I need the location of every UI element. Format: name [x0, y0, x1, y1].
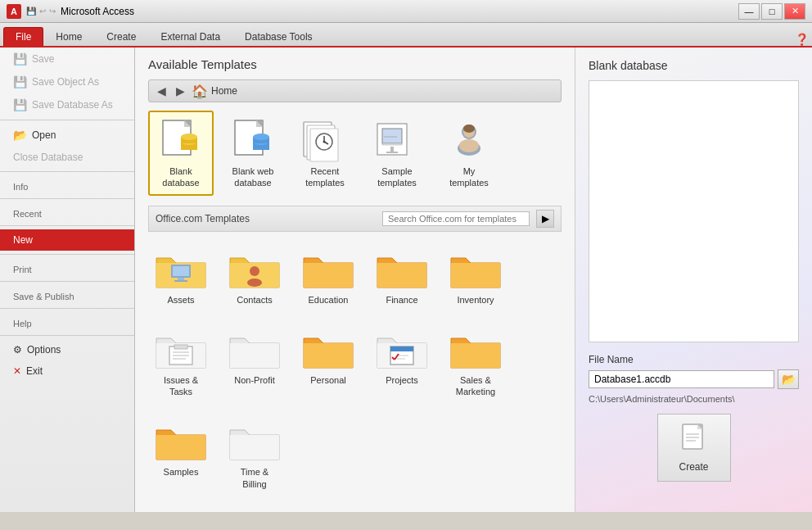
title-bar: A 💾 ↩ ↪ Microsoft Access — □ ✕ — [0, 0, 812, 23]
folder-finance[interactable]: Finance — [369, 240, 435, 312]
folder-assets[interactable]: Assets — [148, 240, 214, 312]
minimize-btn[interactable]: — — [738, 3, 760, 20]
svg-rect-25 — [382, 143, 402, 145]
finance-label: Finance — [386, 294, 417, 306]
sidebar-item-new[interactable]: New — [0, 229, 134, 251]
nav-home-icon[interactable]: 🏠 — [192, 84, 208, 99]
template-blank-db[interactable]: Blankdatabase — [148, 111, 214, 196]
sidebar-divider-7 — [0, 308, 134, 309]
right-panel-title: Blank database — [589, 59, 799, 72]
tab-external-data[interactable]: External Data — [148, 27, 232, 46]
nav-bar: ◀ ▶ 🏠 Home — [148, 79, 562, 102]
folder-projects[interactable]: Projects — [369, 320, 435, 405]
sales-marketing-folder-icon — [449, 327, 502, 371]
svg-rect-46 — [390, 347, 413, 351]
assets-folder-icon — [155, 247, 207, 291]
template-recent-templates[interactable]: Recenttemplates — [292, 111, 358, 196]
sidebar-item-exit[interactable]: ✕ Exit — [0, 360, 134, 382]
tab-database-tools[interactable]: Database Tools — [232, 27, 325, 46]
ribbon-help-icon[interactable]: ❓ — [795, 33, 809, 46]
exit-icon: ✕ — [13, 365, 21, 377]
close-btn[interactable]: ✕ — [784, 3, 805, 20]
svg-point-33 — [463, 125, 475, 133]
recent-templates-icon — [300, 117, 350, 162]
svg-point-7 — [181, 134, 197, 140]
save-object-icon: 💾 — [13, 75, 27, 88]
samples-label: Samples — [164, 466, 199, 478]
preview-box — [589, 80, 799, 342]
folder-non-profit[interactable]: Non-Profit — [222, 320, 287, 405]
sidebar-section-save-publish: Save & Publish — [0, 285, 134, 305]
finance-folder-icon — [376, 247, 428, 291]
undo-btn[interactable]: ↩ — [39, 7, 46, 16]
options-icon: ⚙ — [13, 344, 22, 356]
file-browse-btn[interactable]: 📂 — [778, 369, 799, 389]
folder-sales-marketing[interactable]: Sales &Marketing — [443, 320, 508, 405]
nav-forward-btn[interactable]: ▶ — [173, 83, 188, 99]
template-my-templates[interactable]: My templates — [436, 111, 502, 196]
svg-rect-24 — [382, 129, 402, 143]
ribbon-tabs: File Home Create External Data Database … — [0, 23, 812, 48]
nav-back-btn[interactable]: ◀ — [154, 83, 169, 99]
file-name-input[interactable] — [589, 370, 774, 388]
folders-grid: Assets Contacts — [148, 240, 562, 496]
folder-samples[interactable]: Samples — [148, 412, 214, 496]
folder-contacts[interactable]: Contacts — [222, 240, 287, 312]
inventory-label: Inventory — [457, 294, 494, 306]
tab-home[interactable]: Home — [43, 27, 94, 46]
save-database-label: Save Database As — [32, 99, 113, 111]
svg-point-15 — [253, 134, 269, 140]
create-btn-label: Create — [679, 461, 708, 473]
tab-file[interactable]: File — [3, 27, 43, 46]
time-billing-folder-icon — [228, 419, 281, 463]
create-btn-icon — [679, 423, 709, 458]
svg-point-22 — [323, 141, 326, 143]
sidebar-section-print: Print — [0, 258, 134, 278]
education-folder-icon — [302, 247, 354, 291]
blank-db-label: Blankdatabase — [162, 165, 199, 189]
time-billing-label: Time &Billing — [241, 466, 268, 490]
exit-label: Exit — [26, 365, 43, 377]
folder-personal[interactable]: Personal — [295, 320, 361, 405]
tab-create[interactable]: Create — [94, 27, 148, 46]
sidebar-item-options[interactable]: ⚙ Options — [0, 339, 134, 360]
app-logo: A — [7, 4, 21, 19]
officecom-search-input[interactable] — [382, 211, 530, 226]
file-name-row: 📂 — [589, 369, 799, 389]
sidebar-divider-6 — [0, 281, 134, 282]
inventory-folder-icon — [449, 247, 502, 291]
file-name-label: File Name — [589, 354, 799, 365]
create-btn[interactable]: Create — [657, 414, 731, 482]
redo-btn[interactable]: ↪ — [49, 7, 56, 16]
maximize-btn[interactable]: □ — [761, 3, 783, 20]
blank-web-db-icon — [228, 117, 277, 162]
non-profit-folder-icon — [228, 327, 281, 371]
issues-tasks-folder-icon — [155, 327, 207, 371]
sidebar-item-open[interactable]: 📂 Open — [0, 124, 134, 147]
officecom-title: Office.com Templates — [156, 213, 376, 224]
sidebar-divider-4 — [0, 225, 134, 226]
sample-templates-icon — [372, 117, 422, 162]
template-sample-templates[interactable]: Sampletemplates — [364, 111, 430, 196]
title-bar-left: A 💾 ↩ ↪ Microsoft Access — [7, 4, 134, 19]
quick-save-btn[interactable]: 💾 — [26, 7, 36, 16]
personal-folder-icon — [302, 327, 354, 371]
non-profit-label: Non-Profit — [234, 374, 275, 386]
svg-rect-41 — [174, 345, 187, 349]
sidebar-section-info: Info — [0, 175, 134, 195]
my-templates-icon — [444, 117, 494, 162]
open-icon: 📂 — [13, 129, 27, 142]
sidebar-section-recent: Recent — [0, 202, 134, 222]
new-label: New — [13, 234, 33, 246]
folder-inventory[interactable]: Inventory — [443, 240, 508, 312]
sidebar-divider-3 — [0, 198, 134, 199]
sidebar-divider-8 — [0, 335, 134, 336]
officecom-go-btn[interactable]: ▶ — [536, 210, 554, 228]
folder-issues-tasks[interactable]: Issues &Tasks — [148, 320, 214, 405]
template-blank-web-db[interactable]: Blank webdatabase — [220, 111, 286, 196]
sidebar-item-save-database: 💾 Save Database As — [0, 93, 134, 116]
folder-education[interactable]: Education — [295, 240, 361, 312]
contacts-label: Contacts — [237, 294, 272, 306]
folder-time-billing[interactable]: Time &Billing — [222, 412, 287, 496]
open-label: Open — [32, 129, 56, 141]
